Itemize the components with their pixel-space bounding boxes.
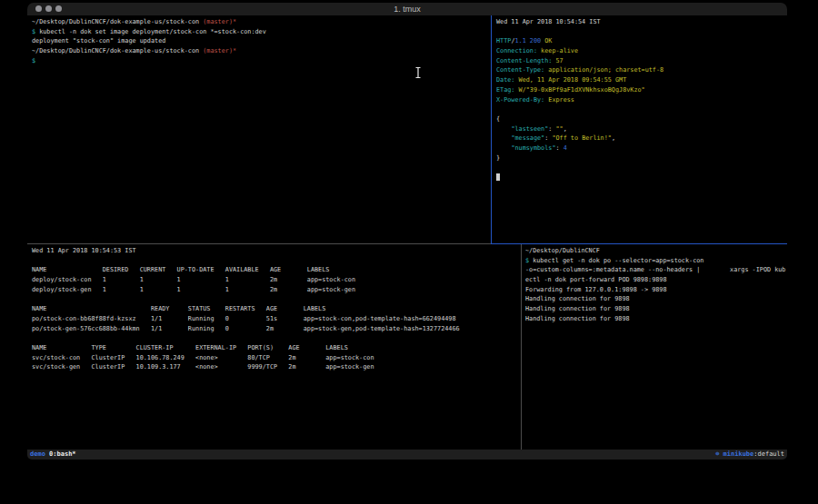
terminal-line: ~/Desktop/DublinCNCF/dok-example-us/stoc… — [32, 46, 486, 56]
terminal-line: Wed 11 Apr 2018 10:54:54 IST — [496, 17, 783, 27]
window-title: 1. tmux — [27, 3, 787, 15]
terminal-line: { — [496, 114, 783, 124]
terminal-window: 1. tmux ~/Desktop/DublinCNCF/dok-example… — [27, 3, 787, 460]
terminal-line: $ kubectl -n dok set image deployment/st… — [32, 27, 486, 37]
terminal-line: Date: Wed, 11 Apr 2018 09:54:55 GMT — [496, 75, 783, 85]
terminal-line — [32, 294, 516, 304]
terminal-line: ~/Desktop/DublinCNCF — [525, 246, 783, 256]
terminal-line: Handling connection for 9898 — [525, 294, 783, 304]
pane-divider-vertical-bottom[interactable] — [521, 244, 522, 450]
terminal-line: NAME TYPE CLUSTER-IP EXTERNAL-IP PORT(S)… — [32, 343, 516, 353]
terminal-line: -o=custom-columns=:metadata.name --no-he… — [525, 265, 783, 275]
pane-top-left-shell[interactable]: ~/Desktop/DublinCNCF/dok-example-us/stoc… — [27, 15, 491, 243]
terminal-line: ~/Desktop/DublinCNCF/dok-example-us/stoc… — [32, 17, 486, 27]
terminal-line: Handling connection for 9898 — [525, 314, 783, 324]
terminal-line: } — [496, 153, 783, 163]
terminal-line: po/stock-gen-576cc688bb-44kmn 1/1 Runnin… — [32, 324, 516, 334]
terminal-line: ectl -n dok port-forward POD 9898:9898 — [525, 275, 783, 285]
terminal-line — [32, 256, 516, 266]
terminal-line — [496, 173, 783, 183]
terminal-line: svc/stock-con ClusterIP 10.106.78.249 <n… — [32, 353, 516, 363]
status-kube-context: ☸ minikube:default — [715, 450, 784, 460]
tmux-status-bar: demo 0:bash* ☸ minikube:default — [27, 450, 787, 460]
terminal-line: Content-Length: 57 — [496, 56, 783, 66]
terminal-line: HTTP/1.1 200 OK — [496, 36, 783, 46]
screen: { "window": { "title": "1. tmux" }, "col… — [0, 0, 818, 504]
terminal-line — [496, 27, 783, 37]
title-bar[interactable]: 1. tmux — [27, 3, 787, 15]
terminal-line: "numsymbols": 4 — [496, 143, 783, 153]
terminal-line: $ kubectl get -n dok po --selector=app=s… — [525, 256, 783, 266]
tmux-panes: ~/Desktop/DublinCNCF/dok-example-us/stoc… — [27, 15, 787, 450]
terminal-line: NAME READY STATUS RESTARTS AGE LABELS — [32, 304, 516, 314]
pane-bottom-left-kubectl-watch[interactable]: Wed 11 Apr 2018 10:54:53 IST NAME DESIRE… — [27, 244, 521, 450]
terminal-line: Content-Type: application/json; charset=… — [496, 65, 783, 75]
terminal-line: deployment "stock-con" image updated — [32, 36, 486, 46]
terminal-line: deploy/stock-gen 1 1 1 1 2m app=stock-ge… — [32, 285, 516, 295]
terminal-line: "message": "Off to Berlin!", — [496, 133, 783, 143]
terminal-line: $ — [32, 56, 486, 66]
terminal-line — [32, 333, 516, 343]
mouse-cursor-ibeam — [414, 66, 422, 79]
terminal-line: ☸ minikube:default — [715, 450, 784, 460]
terminal-line — [496, 163, 783, 173]
terminal-line: NAME DESIRED CURRENT UP-TO-DATE AVAILABL… — [32, 265, 516, 275]
terminal-line: deploy/stock-con 1 1 1 1 2m app=stock-co… — [32, 275, 516, 285]
terminal-line — [496, 104, 783, 114]
terminal-line: Forwarding from 127.0.0.1:9898 -> 9898 — [525, 285, 783, 295]
terminal-line: Wed 11 Apr 2018 10:54:53 IST — [32, 246, 516, 256]
pane-bottom-right-port-forward[interactable]: ~/Desktop/DublinCNCF$ kubectl get -n dok… — [522, 244, 787, 450]
terminal-line: po/stock-con-bb68f88fd-kzsxz 1/1 Running… — [32, 314, 516, 324]
status-session-and-window[interactable]: demo 0:bash* — [30, 450, 76, 460]
terminal-line: Handling connection for 9898 — [525, 304, 783, 314]
terminal-line: X-Powered-By: Express — [496, 95, 783, 105]
terminal-line: "lastseen": "", — [496, 124, 783, 134]
terminal-line: demo 0:bash* — [30, 450, 76, 460]
terminal-line: Connection: keep-alive — [496, 46, 783, 56]
pane-divider-vertical-top[interactable] — [491, 15, 492, 243]
pane-divider-horizontal-left[interactable] — [27, 243, 491, 244]
pane-divider-horizontal-right[interactable] — [491, 243, 787, 244]
pane-top-right-http-response[interactable]: Wed 11 Apr 2018 10:54:54 IST HTTP/1.1 20… — [492, 15, 787, 243]
terminal-line: svc/stock-gen ClusterIP 10.109.3.177 <no… — [32, 362, 516, 372]
terminal-line: ETag: W/"39-0xBPf9aF1dXVNkhsxoBQgJ8vKzo" — [496, 85, 783, 95]
